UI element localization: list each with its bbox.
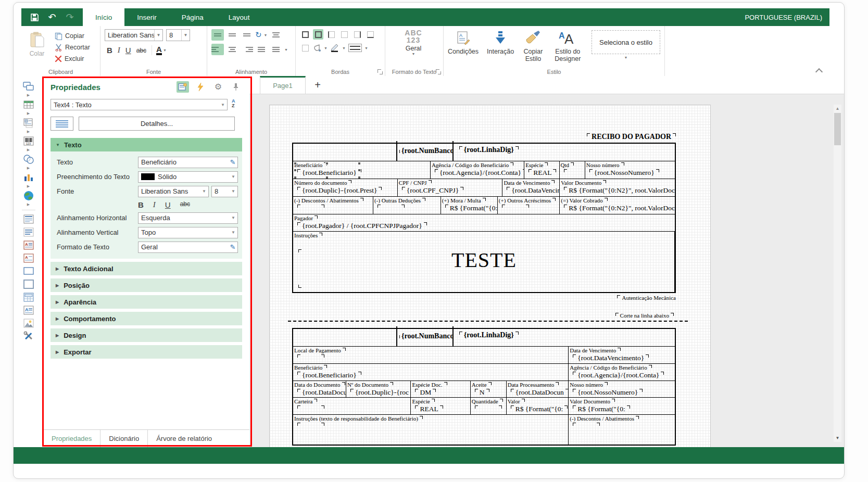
properties-view-icon[interactable]	[177, 81, 189, 93]
align-top-button[interactable]	[211, 29, 224, 41]
boleto-cell-label[interactable]: Agência / Código do Beneficiário	[570, 364, 674, 371]
boleto-cell-value[interactable]: R$ {Format("{0:	[570, 405, 674, 413]
boleto-cell[interactable]: EspécieREAL	[411, 398, 470, 414]
boleto-cell-label[interactable]: Aceite	[472, 382, 505, 388]
line-spacing-button[interactable]	[270, 44, 282, 55]
panel-strike-button[interactable]: abc	[180, 200, 190, 209]
expander-arrow-icon[interactable]: ▶	[27, 166, 30, 171]
formato-field[interactable]: Geral ✎	[138, 242, 238, 253]
section-comportamento[interactable]: ▶ Comportamento	[51, 312, 242, 325]
copy-button[interactable]: Copiar	[53, 30, 92, 42]
data-field-alt-icon[interactable]: A	[22, 252, 35, 264]
align-left-button[interactable]	[211, 44, 224, 55]
boleto-cell-value[interactable]: {root.NossoNumero}	[586, 169, 674, 176]
boleto-cell[interactable]: Espécie Doc.DM	[411, 381, 470, 397]
chart-icon[interactable]	[22, 171, 35, 184]
fonte-size-select[interactable]: 8▼	[211, 186, 238, 197]
boleto-cell-label[interactable]: Número do documento	[294, 180, 396, 186]
tab-arvore-relatorio[interactable]: Árvore de relatório	[148, 430, 220, 447]
fonte-family-select[interactable]: Liberation Sans▼	[138, 186, 209, 197]
vertical-scrollbar[interactable]: ▲ ▼	[834, 105, 841, 442]
boleto-cell-label[interactable]: Nº do Documento	[347, 382, 410, 388]
boleto-cell-value[interactable]: {root.Duplic}-{roc	[347, 388, 410, 396]
boleto-cell[interactable]: (-) Outras Deduções	[373, 197, 441, 214]
alinhamento-h-select[interactable]: Esquerda▼	[138, 212, 238, 224]
boleto-cell-value[interactable]: REAL	[412, 405, 469, 413]
font-color-dropdown-arrow[interactable]: ▼	[163, 48, 167, 52]
boleto-cell-value[interactable]: REAL	[525, 169, 558, 176]
border-left-button[interactable]	[326, 29, 336, 40]
pin-icon[interactable]	[230, 81, 242, 93]
boleto-cell-value[interactable]	[294, 422, 567, 430]
boleto-cell[interactable]: Data do Documento{root.DataDocun	[293, 381, 346, 397]
boleto-cell-value[interactable]: {root.Beneficiario}	[294, 371, 567, 379]
boleto-cell-label[interactable]: Valor	[508, 398, 567, 404]
alinhamento-v-select[interactable]: Topo▼	[138, 227, 238, 238]
image-icon[interactable]	[22, 317, 35, 329]
boleto-cell-value[interactable]: {root.DataVencimento}	[570, 354, 674, 362]
boleto-cell-value[interactable]: {root.Agencia}/{root.Conta}	[432, 169, 523, 176]
scroll-down-icon[interactable]: ▼	[834, 434, 841, 442]
boleto-cell[interactable]: Número do documento{root.Duplic}-{root.P…	[293, 179, 398, 196]
fill-color-dropdown-arrow[interactable]: ▼	[324, 46, 328, 50]
style-selector-dropdown-arrow[interactable]: ▼	[624, 56, 628, 59]
boleto-cell-value[interactable]: {root.Beneficiario}	[294, 169, 429, 176]
subreport-icon[interactable]	[22, 291, 35, 303]
collapse-ribbon-icon[interactable]	[816, 69, 822, 73]
boleto-cell[interactable]: Data de Vencimento{root.DataVencimento}	[569, 347, 675, 363]
boleto-cell-value[interactable]	[561, 169, 584, 176]
boleto-cell-value[interactable]: {root.NossoNumero}	[570, 388, 674, 396]
texto-field[interactable]: Beneficiário ✎	[138, 157, 238, 168]
band-recibo[interactable]: {root.NumBanco{root.LinhaDig}Beneficiári…	[292, 143, 676, 293]
designer-style-button[interactable]: A A Estilo do Designer	[552, 30, 583, 62]
boleto-cell-value[interactable]: {root.CPF_CNPJ}	[399, 186, 501, 194]
border-none-button[interactable]	[339, 29, 349, 40]
boleto-cell-label[interactable]: Data Processamento	[508, 382, 567, 388]
shapes-icon[interactable]	[22, 153, 35, 166]
boleto-cell[interactable]: Agência / Código do Beneficiário{root.Ag…	[569, 364, 675, 380]
expander-arrow-icon[interactable]: ▶	[27, 111, 30, 116]
boleto-cell-label[interactable]: Local de Pagamento	[294, 347, 567, 353]
boleto-cell-label[interactable]: (-) Descontos / Abatimentos	[294, 197, 372, 204]
boleto-cell-label[interactable]: (=) Valor Cobrado	[561, 197, 674, 204]
scrollbar-thumb[interactable]	[834, 113, 841, 145]
boleto-cell-value[interactable]: {root.DataVencin	[504, 186, 558, 194]
boleto-cell-value[interactable]: {root.Duplic}-{root.Prest}	[294, 186, 396, 194]
bank-number-cell[interactable]: {root.NumBanco	[396, 326, 454, 346]
linha-digitavel-cell[interactable]: {root.LinhaDig}	[459, 146, 519, 154]
tab-inserir[interactable]: Inserir	[124, 8, 169, 26]
boleto-cell[interactable]: Data Processamento{root.DataDocun	[507, 381, 569, 397]
boleto-cell-label[interactable]: (-) Descontos / Abatimentos	[570, 415, 674, 422]
section-aparencia[interactable]: ▶ Aparência	[51, 295, 242, 309]
text-block-icon[interactable]	[22, 226, 35, 238]
recibo-title[interactable]: RECIBO DO PAGADOR	[587, 133, 676, 141]
boleto-cell[interactable]: Pagador{root.Pagador} / {root.CPFCNPJPag…	[293, 214, 675, 231]
boleto-cell[interactable]: CPF / CNPJ{root.CPF_CNPJ}	[398, 179, 503, 196]
boleto-cell-value[interactable]	[499, 204, 558, 212]
boleto-cell[interactable]: Valor DocumentoR$ {Format("{0:	[569, 398, 675, 414]
selection-handle[interactable]	[325, 176, 329, 179]
boleto-cell[interactable]: ValorR$ {Format("{0:	[507, 398, 569, 414]
boleto-cell[interactable]: Nosso número{root.NossoNumero}	[569, 381, 675, 397]
cut-button[interactable]: Recortar	[53, 42, 92, 53]
conditions-button[interactable]: A Condições	[448, 30, 479, 55]
bold-button[interactable]: B	[107, 46, 112, 55]
selection-handle[interactable]	[325, 162, 329, 165]
align-bottom-button[interactable]	[241, 29, 253, 41]
undo-icon[interactable]: ↶	[44, 10, 60, 24]
container-icon[interactable]	[22, 278, 35, 290]
border-color-dropdown-arrow[interactable]: ▼	[342, 46, 346, 50]
font-color-button[interactable]: A ▼	[152, 45, 167, 55]
boleto-cell-value[interactable]	[294, 204, 372, 212]
boleto-cell-label[interactable]: Beneficiário	[294, 162, 429, 168]
align-center-button[interactable]	[226, 44, 238, 55]
font-size-select[interactable]: 8▼	[166, 29, 190, 41]
boleto-cell-label[interactable]: Nosso número	[570, 382, 674, 388]
text-rotation-button[interactable]: ↻	[255, 30, 262, 40]
boleto-cell-value[interactable]: {root.Pagador} / {root.CPFCNPJPagador}	[294, 222, 674, 230]
selection-handle[interactable]	[294, 169, 297, 172]
fill-color-icon[interactable]	[313, 44, 321, 52]
boleto-cell[interactable]: Nosso número{root.NossoNumero}	[585, 161, 675, 179]
boleto-cell-value[interactable]: {root.DataDocun	[294, 388, 345, 396]
boleto-cell-label[interactable]: Valor Documento	[570, 398, 674, 404]
